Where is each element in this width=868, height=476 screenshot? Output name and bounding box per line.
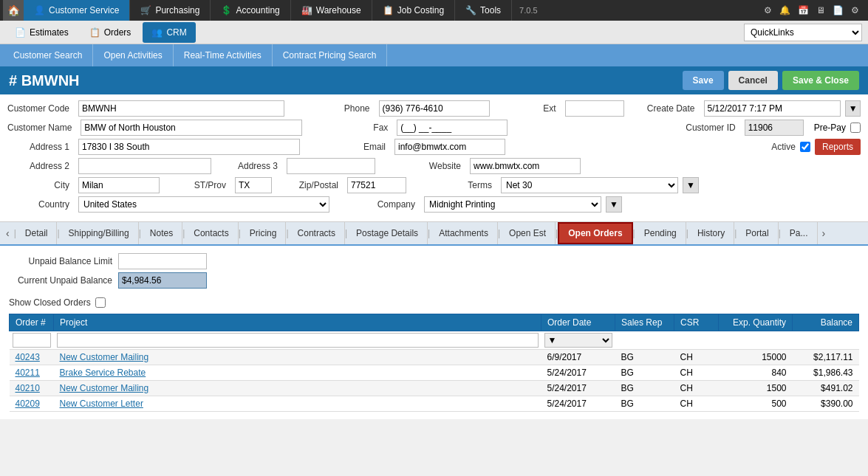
sub-tab-postage-details[interactable]: Postage Details: [347, 222, 428, 244]
sub-tab-detail[interactable]: Detail: [16, 222, 58, 244]
website-input[interactable]: [470, 158, 581, 174]
order-date: 6/9/2017: [541, 350, 615, 365]
tab-realtime-activities[interactable]: Real-Time Activities: [174, 44, 273, 66]
address3-label: Address 3: [216, 161, 282, 171]
filter-date-select[interactable]: ▼: [544, 333, 612, 348]
tools-icon: 🔧: [465, 5, 476, 15]
sub-tab-pending[interactable]: Pending: [635, 222, 686, 244]
st-prov-label: ST/Prov: [164, 180, 230, 190]
nav-crm[interactable]: 👥 CRM: [143, 22, 195, 43]
address2-input[interactable]: [78, 158, 211, 174]
order-num-link[interactable]: 40243: [16, 352, 40, 362]
form-row-1: Customer Code Phone Ext Create Date ▼: [7, 100, 861, 117]
project-link[interactable]: Brake Service Rebate: [60, 368, 146, 378]
filter-row: ▼: [10, 331, 859, 350]
form-row-3: Address 1 Email Active Reports: [7, 139, 861, 155]
customer-name-label: Customer Name: [7, 123, 76, 133]
nav-job-costing[interactable]: 📋 Job Costing: [372, 0, 455, 21]
order-num-link[interactable]: 40209: [16, 399, 40, 409]
st-prov-input[interactable]: [235, 177, 272, 193]
calendar-icon[interactable]: 📅: [798, 5, 809, 15]
table-row[interactable]: 40210 New Customer Mailing 5/24/2017 BG …: [10, 381, 859, 396]
nav-orders[interactable]: 📋 Orders: [81, 22, 140, 43]
save-button[interactable]: Save: [683, 71, 724, 90]
address3-input[interactable]: [287, 158, 375, 174]
settings-icon[interactable]: ⚙: [851, 5, 859, 15]
sub-tab-portal[interactable]: Portal: [737, 222, 778, 244]
tab-customer-search[interactable]: Customer Search: [3, 44, 93, 66]
prepay-checkbox[interactable]: [850, 123, 861, 133]
save-close-button[interactable]: Save & Close: [782, 71, 859, 90]
order-num-link[interactable]: 40210: [16, 383, 40, 393]
ext-input[interactable]: [565, 100, 624, 117]
terms-dropdown[interactable]: ▼: [683, 177, 699, 193]
table-row[interactable]: 40243 New Customer Mailing 6/9/2017 BG C…: [10, 350, 859, 365]
document-icon[interactable]: 📄: [833, 5, 844, 15]
monitor-icon[interactable]: 🖥: [816, 5, 825, 15]
nav-estimates[interactable]: 📄 Estimates: [6, 22, 78, 43]
nav-purchasing[interactable]: 🛒 Purchasing: [130, 0, 211, 21]
sub-tab-pricing[interactable]: Pricing: [241, 222, 287, 244]
tab-bar: Customer Search Open Activities Real-Tim…: [0, 44, 868, 66]
create-date-label: Create Date: [633, 103, 700, 114]
customer-header: # BMWNH Save Cancel Save & Close: [0, 66, 868, 94]
project-link[interactable]: New Customer Mailing: [60, 352, 149, 362]
sub-tab-contracts[interactable]: Contracts: [289, 222, 345, 244]
country-select[interactable]: United States: [78, 196, 329, 213]
address1-label: Address 1: [7, 142, 74, 152]
table-row[interactable]: 40211 Brake Service Rebate 5/24/2017 BG …: [10, 365, 859, 381]
col-balance: Balance: [793, 314, 859, 331]
company-select[interactable]: Midnight Printing: [424, 196, 601, 213]
table-row[interactable]: 40209 New Customer Letter 5/24/2017 BG C…: [10, 396, 859, 412]
customer-name-input[interactable]: [81, 120, 302, 136]
city-input[interactable]: [78, 177, 160, 193]
active-checkbox[interactable]: [800, 142, 810, 152]
bell-icon[interactable]: 🔔: [779, 5, 790, 15]
fax-input[interactable]: [397, 120, 508, 136]
sub-tab-shipping-billing[interactable]: Shipping/Billing: [60, 222, 139, 244]
sub-tab-history[interactable]: History: [688, 222, 734, 244]
create-date-input[interactable]: [704, 100, 841, 117]
nav-accounting[interactable]: 💲 Accounting: [211, 0, 290, 21]
nav-warehouse[interactable]: 🏭 Warehouse: [291, 0, 372, 21]
email-input[interactable]: [394, 139, 505, 155]
sub-tab-contacts[interactable]: Contacts: [185, 222, 238, 244]
form-row-2: Customer Name Fax Customer ID Pre-Pay: [7, 120, 861, 136]
nav-customer-service[interactable]: 👤 Customer Service: [24, 0, 130, 21]
cancel-button[interactable]: Cancel: [728, 71, 778, 90]
crm-icon: 👥: [151, 27, 163, 38]
project-link[interactable]: New Customer Letter: [60, 399, 143, 409]
reports-button[interactable]: Reports: [815, 139, 861, 155]
tab-open-activities[interactable]: Open Activities: [93, 44, 173, 66]
tab-contract-pricing-search[interactable]: Contract Pricing Search: [273, 44, 388, 66]
customer-code-input[interactable]: [78, 100, 284, 117]
current-unpaid-row: Current Unpaid Balance: [9, 272, 859, 289]
sub-tab-attachments[interactable]: Attachments: [430, 222, 498, 244]
sub-tab-open-est[interactable]: Open Est: [500, 222, 556, 244]
terms-select[interactable]: Net 30: [501, 177, 678, 193]
filter-project[interactable]: [57, 333, 539, 348]
order-num-link[interactable]: 40211: [16, 368, 40, 378]
version-label: 7.0.5: [519, 6, 537, 15]
address1-input[interactable]: [78, 139, 300, 155]
create-date-picker[interactable]: ▼: [845, 100, 861, 117]
sub-tab-prev[interactable]: ‹: [1, 222, 14, 244]
accounting-icon: 💲: [221, 5, 232, 15]
col-sales-rep: Sales Rep: [615, 314, 674, 331]
quicklinks-select[interactable]: QuickLinks: [744, 24, 862, 41]
sub-tab-notes[interactable]: Notes: [141, 222, 182, 244]
sub-tab-pa[interactable]: Pa...: [781, 222, 818, 244]
sales-rep: BG: [615, 396, 674, 412]
unpaid-limit-input[interactable]: [118, 253, 207, 269]
show-closed-orders-checkbox[interactable]: [95, 297, 106, 308]
project-link[interactable]: New Customer Mailing: [60, 383, 149, 393]
sub-tab-next[interactable]: ›: [818, 222, 830, 244]
home-icon[interactable]: 🏠: [3, 0, 24, 21]
network-icon[interactable]: ⚙: [764, 5, 772, 15]
nav-tools[interactable]: 🔧 Tools: [455, 0, 512, 21]
company-dropdown[interactable]: ▼: [606, 196, 622, 213]
filter-order-num[interactable]: [13, 333, 51, 348]
phone-input[interactable]: [379, 100, 490, 117]
zip-input[interactable]: [347, 177, 406, 193]
sub-tab-open-orders[interactable]: Open Orders: [558, 222, 632, 244]
